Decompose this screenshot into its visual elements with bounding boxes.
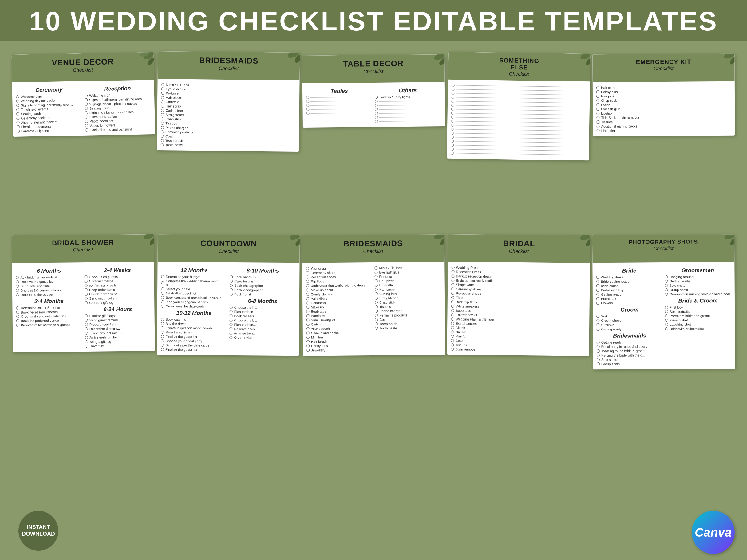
list-item: Choose your bridal party — [161, 339, 227, 343]
list-item: 1st draft of guest list — [161, 291, 227, 295]
list-item: Backup reception dress — [451, 274, 586, 279]
list-item: Complete the wedding theme vision board — [161, 279, 227, 287]
list-item: Umbrella — [375, 283, 441, 287]
list-item: Finalise gift bags — [85, 314, 151, 318]
list-item: Timeline of events — [16, 107, 82, 112]
list-item: Clutch — [451, 326, 586, 331]
bridal-shower-title: BRIDAL SHOWER — [16, 239, 150, 247]
leaf-deco-6 — [131, 234, 155, 256]
list-item: Tooth brush — [161, 139, 295, 143]
list-item: Seating chart — [85, 105, 151, 110]
list-item: Choose the h... — [230, 305, 296, 310]
list-item: Reception Dress — [452, 270, 586, 275]
card-table-decor: TABLE DECOR Checklist Tables Others — [302, 54, 445, 128]
list-item: Seating cards — [16, 111, 82, 116]
list-item: Mints / Tic Tacs — [375, 266, 440, 270]
bridal-bag-title: BRIDAL — [452, 239, 586, 248]
list-item: bride shoes — [596, 284, 663, 288]
12m-title: 12 Months — [161, 267, 227, 274]
top-row: VENUE DECOR Checklist Ceremony Welcome s… — [12, 50, 735, 229]
list-item: Photo booth area — [85, 118, 151, 123]
list-item: Book florist — [230, 292, 296, 296]
bridal-bag-body: Wedding Dress Reception Dress Backup rec… — [447, 262, 590, 356]
table-decor-body: Tables Others Lantern / Fairy lights — [303, 82, 445, 128]
10-12m-title: 10-12 Months — [161, 310, 227, 317]
list-item: Lotion — [596, 102, 731, 107]
list-item: Eye lash glue — [161, 87, 296, 92]
list-item: Clutch — [307, 322, 372, 326]
list-item: Chap stick — [596, 98, 731, 102]
list-item: Bridal party in robes & slippers — [597, 345, 663, 349]
list-item: Lint roller — [597, 128, 731, 132]
card-bridal-bag: BRIDAL Checklist Wedding Dress Reception… — [447, 234, 590, 356]
list-item: Book videographer — [230, 288, 296, 292]
list-item: Flip flops — [306, 279, 372, 284]
list-item: Laughing shot — [665, 322, 731, 326]
list-item: Underwear that works with the dress — [306, 284, 372, 288]
card-something-else: SOMETHINGELSE Checklist — [447, 52, 591, 160]
list-item: Wedding dress — [596, 275, 663, 279]
photography-title: PHOTOGRAPHY SHOTS — [596, 239, 731, 246]
canva-badge: Canva — [692, 511, 735, 554]
list-item: Cake testing — [230, 279, 296, 284]
blank-item — [306, 107, 372, 111]
list-item: Deodorant — [306, 301, 372, 305]
list-item: Groom shoes — [596, 318, 663, 322]
list-item: Your speech — [307, 326, 372, 331]
list-item: Tissues — [375, 304, 441, 309]
list-item: Extra hangers — [451, 321, 586, 326]
list-item: Signage decor - photos / quotes — [84, 101, 151, 106]
groomsmen-title: Groomsmen — [665, 267, 731, 274]
list-item: Aisle runner and flowers — [16, 119, 82, 125]
list-item: Make up — [306, 305, 372, 309]
bride-groom-title: Bride & Groom — [665, 297, 731, 304]
list-item: Boob tape — [306, 309, 372, 314]
list-item: Bridal jewellery — [596, 288, 663, 292]
6-months-title: 6 Months — [16, 267, 82, 274]
list-item: Bride getting ready — [596, 279, 663, 284]
list-item: Hair spray — [375, 287, 441, 291]
list-item: Shape ware — [451, 283, 586, 288]
bridesmaids-1-body: Mints / Tic Tacs Eye lash glue Perfume H… — [157, 79, 300, 152]
list-item: Tissues — [596, 119, 731, 124]
list-item: Hair piece — [375, 278, 441, 283]
list-item: Reception shoes — [306, 275, 372, 279]
list-item: Flats — [451, 296, 586, 301]
leaf-decoration — [128, 52, 155, 76]
list-item: Additional earring backs — [597, 124, 731, 128]
blank-item — [375, 99, 441, 103]
bottom-row: BRIDAL SHOWER Checklist 6 Months Ask bri… — [12, 235, 735, 450]
leaf-deco-9 — [567, 234, 590, 257]
list-item: Send out save the date cards — [161, 343, 227, 347]
list-item: Portrait of bride and groom — [665, 314, 731, 318]
list-item: Solo shots — [665, 284, 731, 287]
blank-item — [307, 111, 372, 115]
list-item: Wedding Dress — [452, 266, 586, 270]
list-item: Bride with bridesmaids — [665, 327, 731, 331]
0-24-hours-title: 0-24 Hours — [84, 306, 151, 313]
list-item: Bring a gift log — [85, 339, 151, 344]
blank-item — [375, 111, 441, 115]
list-item: Reserve acco... — [229, 327, 295, 331]
list-item: Phone charger — [375, 309, 441, 313]
list-item: Brainstorm for activities & games — [16, 323, 82, 327]
list-item: Hair spray — [161, 104, 296, 109]
bride-title: Bride — [596, 267, 662, 274]
blank-item — [375, 103, 441, 107]
2-4-months-title: 2-4 Months — [16, 298, 82, 305]
ceremony-title: Ceremony — [16, 86, 82, 94]
list-item: Ask bride for her wishlist — [16, 275, 82, 279]
list-item: Finish any last minu... — [85, 331, 151, 335]
list-item: Toasting to the bride & groom — [597, 349, 663, 353]
list-item: Hair brush — [307, 339, 372, 344]
leaf-deco-10 — [711, 235, 735, 256]
something-else-title: SOMETHINGELSE — [452, 56, 587, 72]
list-item: Tooth brush — [375, 321, 441, 326]
list-item: Create a gift log — [84, 300, 151, 304]
table-decor-subtitle: Checklist — [306, 68, 440, 75]
list-item: Select an officiant — [161, 330, 227, 335]
list-item: White sneakers — [451, 304, 586, 309]
list-item: Solo shots — [597, 357, 663, 362]
blank-item — [450, 152, 585, 156]
list-item: Phone charger — [161, 126, 295, 131]
